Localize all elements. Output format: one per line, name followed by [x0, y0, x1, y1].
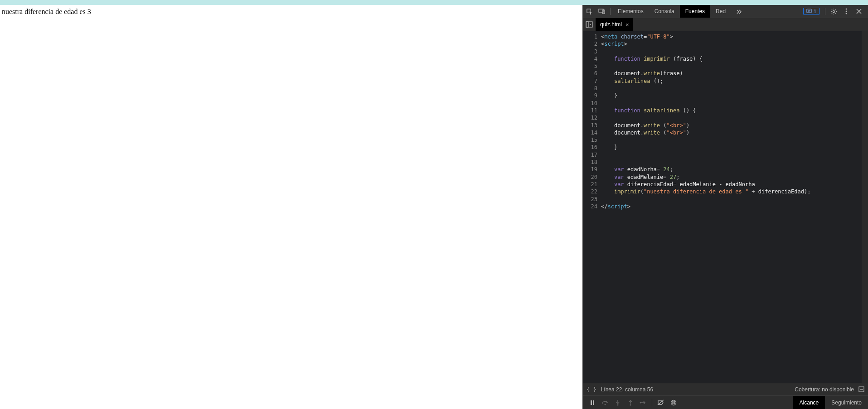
- scrollbar-vertical[interactable]: [862, 31, 868, 383]
- device-toggle-icon[interactable]: [596, 5, 608, 18]
- deactivate-breakpoints-icon[interactable]: [655, 397, 667, 409]
- debug-tab-watch[interactable]: Seguimiento: [825, 396, 868, 409]
- issues-badge[interactable]: 1: [803, 8, 820, 15]
- file-tab-quiz[interactable]: quiz.html ×: [596, 18, 633, 31]
- tab-network[interactable]: Red: [710, 5, 731, 18]
- file-tab-label: quiz.html: [600, 21, 622, 28]
- step-into-icon[interactable]: [612, 397, 624, 409]
- svg-rect-9: [586, 22, 588, 27]
- devtools-tabs: Elementos Consola Fuentes Red: [612, 5, 748, 18]
- page-text: nuestra diferencia de edad es 3: [2, 8, 91, 15]
- issue-icon: [806, 9, 812, 14]
- file-tabstrip: quiz.html ×: [583, 18, 868, 31]
- step-over-icon[interactable]: [599, 397, 611, 409]
- svg-point-13: [605, 404, 606, 405]
- debugger-toolbar: Alcance Seguimiento: [583, 395, 868, 409]
- svg-point-5: [846, 9, 847, 10]
- svg-rect-8: [586, 22, 592, 27]
- step-icon[interactable]: [637, 397, 649, 409]
- code-editor[interactable]: 123456789101112131415161718192021222324 …: [583, 31, 868, 383]
- toolbar-right: 1: [803, 5, 868, 18]
- debugger-tabs: Alcance Seguimiento: [793, 396, 868, 409]
- svg-rect-18: [673, 401, 674, 404]
- tab-elements[interactable]: Elementos: [612, 5, 649, 18]
- coverage-status: Cobertura: no disponible: [795, 386, 854, 393]
- coverage-toggle-icon[interactable]: [858, 386, 864, 392]
- separator: [610, 8, 611, 15]
- svg-rect-19: [674, 401, 675, 404]
- tab-sources[interactable]: Fuentes: [680, 5, 710, 18]
- close-file-icon[interactable]: ×: [626, 21, 629, 28]
- separator: [652, 399, 652, 406]
- debug-tab-scope[interactable]: Alcance: [793, 396, 825, 409]
- navigator-toggle-icon[interactable]: [583, 18, 596, 31]
- close-devtools-icon[interactable]: [853, 5, 865, 18]
- kebab-menu-icon[interactable]: [840, 5, 853, 18]
- svg-point-14: [617, 404, 619, 405]
- chevrons-icon: [737, 9, 743, 14]
- debugger-controls: [583, 397, 683, 409]
- pause-icon[interactable]: [587, 397, 598, 409]
- browser-top-strip: [0, 0, 868, 5]
- devtools-toolbar: Elementos Consola Fuentes Red 1: [583, 5, 868, 18]
- separator: [825, 8, 825, 15]
- svg-point-15: [630, 404, 631, 405]
- svg-point-16: [640, 402, 641, 403]
- main-area: nuestra diferencia de edad es 3 Elemento…: [0, 5, 868, 409]
- inspect-icon[interactable]: [583, 5, 596, 18]
- rendered-page: nuestra diferencia de edad es 3: [0, 5, 582, 409]
- line-gutter: 123456789101112131415161718192021222324: [583, 31, 601, 383]
- svg-point-6: [846, 11, 847, 12]
- tab-more[interactable]: [731, 5, 748, 18]
- svg-rect-12: [593, 400, 594, 405]
- devtools-panel: Elementos Consola Fuentes Red 1: [582, 5, 868, 409]
- step-out-icon[interactable]: [625, 397, 636, 409]
- tab-console[interactable]: Consola: [649, 5, 680, 18]
- pause-on-exceptions-icon[interactable]: [668, 397, 679, 409]
- svg-rect-3: [807, 9, 811, 13]
- issues-count: 1: [814, 9, 816, 14]
- editor-statusbar: { } Línea 22, columna 56 Cobertura: no d…: [583, 383, 868, 395]
- svg-point-7: [846, 13, 847, 14]
- svg-point-17: [671, 400, 676, 405]
- pretty-print-icon[interactable]: { }: [587, 386, 596, 393]
- code-content[interactable]: <meta charset="UTF-8"><script> function …: [601, 31, 862, 383]
- settings-icon[interactable]: [827, 5, 840, 18]
- svg-rect-11: [591, 400, 592, 405]
- cursor-position: Línea 22, columna 56: [601, 386, 653, 393]
- svg-point-4: [833, 10, 834, 12]
